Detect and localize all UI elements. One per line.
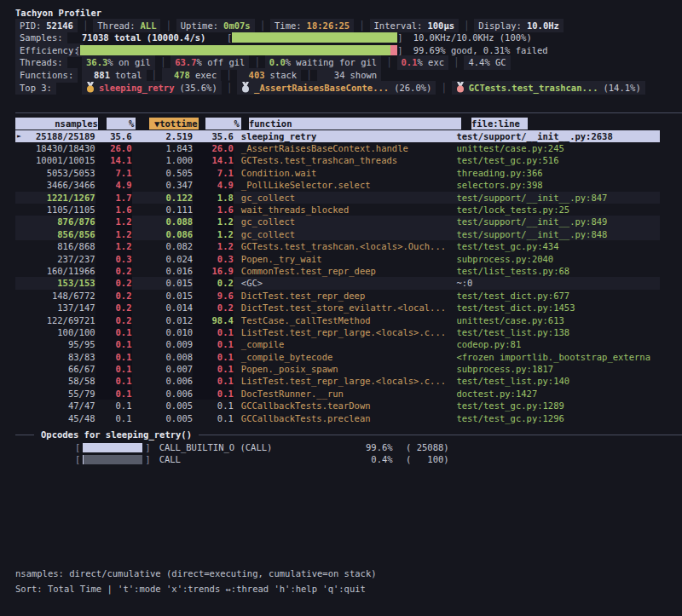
table-row[interactable]: 1105/11051.60.1111.6wait_threads_blocked…: [15, 204, 660, 216]
app-title: Tachyon Profiler: [15, 7, 682, 20]
table-row[interactable]: 95/950.10.0090.1_compilecodeop.py:81: [15, 338, 660, 350]
sample-pct-cell: 0.1: [95, 400, 132, 412]
table-row[interactable]: 153/1530.20.0150.2<GC>~:0: [15, 277, 660, 289]
nsamples-cell: 58/58: [15, 375, 95, 388]
table-row[interactable]: 66/670.10.0070.1Popen._posix_spawnsubpro…: [15, 363, 660, 375]
top3-item-2: _AssertRaisesBaseConte... (26.0%): [237, 81, 436, 95]
samples-rate-bar: [232, 32, 397, 43]
efficiency-bar-good: [80, 45, 390, 55]
cumul-pct-cell: 0.1: [193, 338, 234, 351]
file-line-cell: test/test_list.py:140: [446, 375, 660, 388]
tottime-cell: 2.519: [132, 130, 194, 143]
cumul-pct-cell: 0.1: [193, 388, 234, 400]
table-row[interactable]: 10001/1001514.11.00014.1GCTests.test_tra…: [15, 155, 660, 167]
nsamples-cell: 10001/10015: [15, 154, 95, 167]
exc-unit: % exc: [417, 56, 444, 69]
thread-field[interactable]: Thread:ALL: [93, 19, 160, 33]
table-row[interactable]: 876/8761.20.0881.2gc_collecttest/support…: [15, 216, 660, 227]
divider-line-left: [15, 435, 34, 435]
time-label: Time:: [275, 20, 302, 32]
sample-pct-cell: 0.1: [95, 326, 132, 339]
sample-pct-cell: 26.0: [95, 142, 132, 155]
table-row[interactable]: 47/470.10.0050.1GCCallbackTests.tearDown…: [15, 400, 660, 412]
nsamples-cell: 47/47: [15, 400, 95, 412]
table-row[interactable]: 237/2370.30.0240.3Popen._try_waitsubproc…: [15, 253, 660, 265]
top3-item-1: sleeping_retry (35.6%): [82, 81, 222, 95]
nsamples-cell: 5053/5053: [15, 167, 95, 180]
separator: │: [354, 20, 369, 32]
file-line-cell: test/test_list.py:138: [446, 326, 660, 339]
function-cell: GCCallbackTests.preclean: [234, 412, 447, 425]
table-row[interactable]: 5053/50537.10.5057.1Condition.waitthread…: [15, 167, 660, 179]
table-row[interactable]: 148/67720.20.0159.6DictTest.test_repr_de…: [15, 290, 660, 302]
uptime-value: 0m07s: [223, 20, 251, 32]
table-row[interactable]: 83/830.10.0080.1_compile_bytecode<frozen…: [15, 351, 660, 363]
table-top-divider: [15, 112, 682, 113]
top3-item-3: GCTests.test_trashcan... (14.1%): [452, 81, 645, 95]
table-row[interactable]: 58/580.10.0060.1ListTest.test_repr_large…: [15, 376, 660, 388]
function-cell: ListTest.test_repr_large.<locals>.c...: [234, 375, 447, 388]
table-row[interactable]: 45/480.10.0050.1GCCallbackTests.preclean…: [15, 412, 660, 424]
function-cell: TestCase._callTestMethod: [234, 314, 447, 327]
col-header-sample-pct[interactable]: %: [98, 118, 136, 130]
function-cell: GCTests.test_trashcan_threads: [234, 154, 447, 167]
file-line-cell: test/support/__init__.py:2638: [446, 130, 660, 143]
thread-value: ALL: [141, 20, 157, 32]
file-line-cell: test/support/__init__.py:847: [446, 192, 660, 204]
nsamples-cell: 160/11966: [15, 265, 95, 278]
gc-unit: % GC: [484, 56, 506, 69]
table-row[interactable]: 816/8681.20.0821.2GCTests.test_trashcan.…: [15, 240, 660, 252]
function-cell: gc_collect: [234, 228, 447, 241]
efficiency-bar-fail: [390, 45, 397, 55]
uptime-field: Uptime:0m07s: [176, 19, 255, 33]
tottime-cell: 0.005: [132, 412, 194, 425]
tottime-cell: 0.088: [132, 216, 194, 228]
file-line-cell: test/test_gc.py:516: [446, 154, 660, 167]
cumul-pct-cell: 16.9: [193, 265, 234, 278]
nsamples-help-text: nsamples: direct/cumulative (direct=exec…: [15, 567, 377, 580]
cumul-pct-cell: 4.9: [193, 179, 234, 192]
tottime-cell: 1.843: [132, 142, 194, 155]
function-cell: Popen._try_wait: [234, 253, 447, 266]
table-row[interactable]: 856/8561.20.0861.2gc_collecttest/support…: [15, 228, 660, 240]
table-row[interactable]: 122/697210.20.01298.4TestCase._callTestM…: [15, 314, 660, 326]
col-header-tottime-sorted[interactable]: ▼tottime: [136, 118, 199, 130]
function-cell: _compile: [234, 338, 447, 351]
sample-pct-cell: 0.1: [95, 351, 132, 364]
col-header-cumul-pct[interactable]: %: [199, 118, 240, 130]
samples-line: Samples: 71038 total (10000.4/s) [ ] 10.…: [15, 32, 682, 44]
file-line-cell: test/lock_tests.py:25: [446, 204, 660, 216]
table-row[interactable]: 160/119660.20.01616.9CommonTest.test_rep…: [15, 265, 660, 277]
status-line: PID:52146 │ Thread:ALL │ Uptime:0m07s │ …: [15, 20, 682, 32]
table-row[interactable]: 100/1000.10.0100.1ListTest.test_repr_lar…: [15, 326, 660, 338]
col-header-function[interactable]: function: [241, 118, 461, 130]
gil-wait-unit: % waiting for gil: [286, 56, 377, 69]
separator: │: [160, 20, 176, 32]
gc-stat: 4.4% GC: [464, 55, 510, 70]
functions-shown-unit: shown: [350, 69, 378, 82]
functions-stack-value: 403: [241, 69, 265, 82]
table-row[interactable]: 18430/1843026.01.84326.0_AssertRaisesBas…: [15, 142, 660, 154]
opcode-row: [ ] CALL 0.4% ( 100): [15, 453, 682, 466]
cumul-pct-cell: 0.2: [193, 302, 234, 314]
file-line-cell: codeop.py:81: [446, 338, 660, 351]
nsamples-cell: 816/868: [15, 240, 95, 253]
cumul-pct-cell: 7.1: [193, 167, 234, 180]
table-row[interactable]: 55/790.10.0060.1DocTestRunner.__rundocte…: [15, 388, 660, 400]
interval-label: Interval:: [374, 20, 423, 32]
col-header-nsamples[interactable]: nsamples: [15, 118, 98, 130]
file-line-cell: test/support/__init__.py:849: [446, 216, 660, 228]
nsamples-cell: 45/48: [15, 412, 95, 425]
table-row[interactable]: 3466/34664.90.3474.9_PollLikeSelector.se…: [15, 179, 660, 191]
col-header-file-line[interactable]: file:line: [461, 118, 682, 130]
nsamples-cell: 876/876: [15, 216, 95, 228]
table-row[interactable]: 1221/12671.70.1221.8gc_collecttest/suppo…: [15, 192, 660, 204]
display-field: Display:10.0Hz: [474, 19, 564, 33]
table-row-selected[interactable]: ►25188/2518935.62.51935.6sleeping_retryt…: [15, 130, 660, 142]
table-row[interactable]: 137/1470.20.0140.2DictTest.test_store_ev…: [15, 302, 660, 314]
top2-function-name: _AssertRaisesBaseConte...: [254, 82, 389, 95]
tottime-cell: 0.505: [132, 167, 194, 180]
sample-pct-cell: 0.1: [95, 375, 132, 388]
tottime-cell: 0.012: [132, 314, 194, 327]
gc-value: 4.4: [468, 56, 484, 69]
